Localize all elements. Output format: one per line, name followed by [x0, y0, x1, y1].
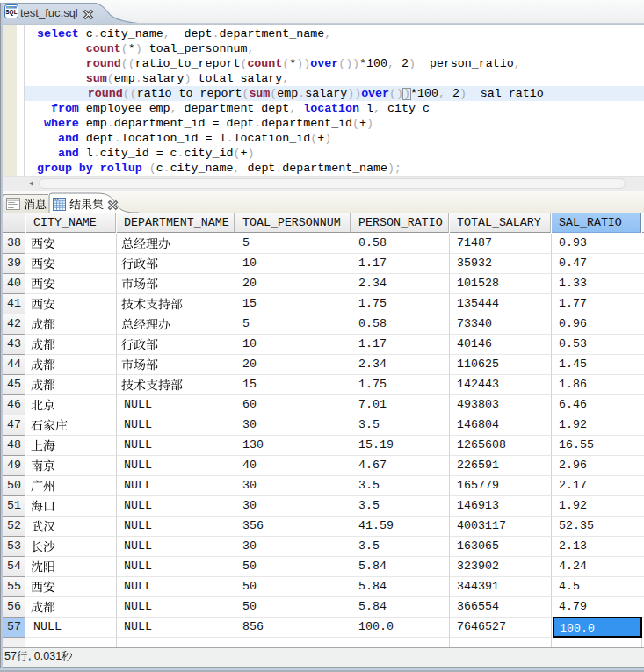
svg-text:SQL: SQL	[5, 9, 18, 16]
